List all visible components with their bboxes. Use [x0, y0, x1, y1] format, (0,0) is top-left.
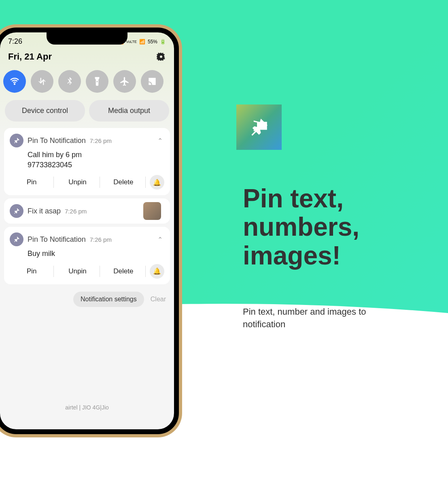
pin-action[interactable]: Pin — [10, 177, 54, 188]
notification-app-name: Pin To Notification — [28, 235, 86, 244]
settings-gear-icon[interactable] — [156, 52, 166, 62]
pin-icon — [10, 232, 23, 246]
notification-text: 97733823045 — [28, 160, 164, 170]
notification-time: 7:26 pm — [90, 137, 112, 144]
bell-icon[interactable]: 🔔 — [150, 175, 164, 190]
image-thumbnail[interactable] — [143, 202, 161, 220]
qs-mobile-data[interactable] — [31, 70, 53, 93]
battery-icon: 🔋 — [160, 39, 166, 45]
qs-cast[interactable] — [141, 70, 163, 93]
device-control-button[interactable]: Device control — [5, 100, 85, 122]
qs-wifi[interactable] — [3, 70, 26, 93]
qs-flashlight[interactable] — [86, 70, 108, 93]
date-label: Fri, 21 Apr — [8, 51, 52, 62]
media-output-button[interactable]: Media output — [89, 100, 169, 122]
qs-airplane[interactable] — [113, 70, 136, 93]
notification-text: Buy milk — [28, 249, 164, 259]
notification-time: 7:26 pm — [90, 236, 112, 243]
notification-settings-button[interactable]: Notification settings — [73, 292, 144, 307]
quick-settings-row — [0, 66, 174, 97]
marketing-headline: Pin text, numbers, images! — [243, 184, 359, 270]
lte-indicator: VoLTE — [126, 40, 137, 44]
notification-app-name: Pin To Notification — [28, 136, 86, 145]
status-time: 7:26 — [8, 37, 22, 46]
app-logo — [236, 104, 282, 150]
collapse-icon[interactable]: ⌃ — [157, 137, 163, 145]
unpin-action[interactable]: Unpin — [55, 266, 100, 277]
phone-mockup: 7:26 📶 VoLTE 📶 55% 🔋 Fri, 21 Apr — [0, 24, 182, 437]
bell-icon[interactable]: 🔔 — [150, 264, 164, 279]
collapse-icon[interactable]: ⌃ — [157, 236, 163, 243]
clear-button[interactable]: Clear — [151, 296, 166, 303]
notification-card[interactable]: Pin To Notification 7:26 pm ⌃ Call him b… — [4, 128, 170, 195]
carrier-label: airtel | JIO 4G|Jio — [0, 404, 174, 411]
notification-card[interactable]: Fix it asap 7:26 pm — [4, 198, 170, 224]
pin-icon — [10, 134, 23, 147]
delete-action[interactable]: Delete — [102, 266, 146, 277]
pin-icon — [10, 204, 23, 218]
battery-percent: 55% — [148, 39, 157, 45]
signal-bars-icon: 📶 — [139, 39, 145, 45]
phone-notch — [47, 32, 127, 45]
pin-action[interactable]: Pin — [10, 266, 54, 277]
qs-bluetooth[interactable] — [58, 70, 81, 93]
unpin-action[interactable]: Unpin — [55, 177, 100, 188]
notification-text: Call him by 6 pm — [28, 150, 164, 160]
marketing-subhead: Pin text, number and images to notificat… — [243, 306, 397, 331]
notification-time: 7:26 pm — [65, 208, 87, 215]
notification-app-name: Fix it asap — [28, 207, 61, 215]
delete-action[interactable]: Delete — [102, 177, 146, 188]
notification-card[interactable]: Pin To Notification 7:26 pm ⌃ Buy milk P… — [4, 227, 170, 284]
